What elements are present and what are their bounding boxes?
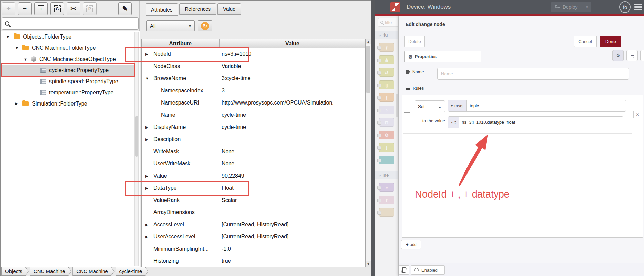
breadcrumb-tab[interactable]: cycle-time: [116, 267, 149, 276]
range-node[interactable]: ij: [379, 80, 394, 89]
breadcrumb-tab[interactable]: CNC Machine: [72, 267, 114, 276]
delay-node[interactable]: ◔: [379, 106, 394, 114]
add[interactable]: +: [2, 2, 15, 15]
expander-icon[interactable]: ▼: [145, 76, 149, 80]
docs-button[interactable]: [399, 265, 409, 275]
tree-item[interactable]: ▼ CNC Machine::FolderType: [1, 42, 134, 53]
table-row[interactable]: ArrayDimensions: [142, 207, 365, 219]
copy[interactable]: C: [50, 2, 64, 15]
exec-node[interactable]: ⚙: [379, 131, 394, 139]
tree-item[interactable]: temperature::PropertyType: [1, 87, 134, 98]
cut[interactable]: ✂: [67, 2, 80, 15]
paste[interactable]: P: [83, 2, 97, 15]
expander-icon[interactable]: ▶: [145, 125, 148, 130]
table-row[interactable]: ▶ NodeId ns=3;i=1010: [142, 48, 365, 61]
edit[interactable]: ✎: [118, 2, 132, 15]
scroll-down-arrow-icon[interactable]: ▼: [366, 261, 371, 267]
table-row[interactable]: ▶ DataType Float: [142, 182, 365, 194]
hamburger-menu-icon[interactable]: [634, 4, 642, 10]
palette-search-input[interactable]: filte: [378, 18, 399, 27]
deploy-caret-icon[interactable]: ▾: [583, 5, 591, 9]
panel-tab[interactable]: Value: [217, 3, 241, 15]
palette-category-network[interactable]: ne: [375, 171, 399, 179]
node-settings-button[interactable]: ⚙: [612, 50, 624, 61]
websocket-node[interactable]: [379, 208, 394, 217]
delete-rule-button[interactable]: ✕: [633, 111, 641, 118]
scroll-up-arrow-icon[interactable]: ▲: [366, 39, 371, 44]
tree-item[interactable]: cycle-time::PropertyType: [1, 65, 134, 76]
table-row[interactable]: NamespaceIndex 3: [142, 85, 365, 97]
rule-action-select[interactable]: Set: [415, 100, 445, 112]
cancel-button[interactable]: Cancel: [574, 36, 597, 47]
filter-node[interactable]: ∫: [379, 143, 394, 152]
panel-tab[interactable]: References: [179, 3, 216, 15]
table-row[interactable]: Historizing true: [142, 255, 365, 268]
name-input[interactable]: [437, 68, 629, 80]
expander-icon[interactable]: ▼: [6, 35, 14, 39]
switch-node[interactable]: ⋔: [379, 55, 394, 64]
table-row[interactable]: ▶ Value 90.22849: [142, 170, 365, 182]
expander-icon[interactable]: ▶: [145, 235, 148, 239]
expander-icon[interactable]: ▶: [15, 101, 22, 106]
column-header-value[interactable]: Value: [220, 39, 365, 48]
tree-scrollbar-thumb[interactable]: [135, 116, 138, 157]
palette-scrollbar-thumb[interactable]: [396, 94, 398, 117]
expander-icon[interactable]: ▼: [24, 57, 31, 61]
table-scrollbar-thumb[interactable]: [366, 46, 370, 93]
delete-button[interactable]: Delete: [404, 36, 425, 47]
table-row[interactable]: WriteMask None: [142, 146, 365, 158]
table-scrollbar[interactable]: ▲ ▼: [366, 39, 371, 267]
trigger-node[interactable]: ⊓: [379, 118, 394, 127]
table-row[interactable]: ▶ DisplayName cycle-time: [142, 121, 365, 134]
palette-category-function[interactable]: fu: [375, 31, 399, 39]
typed-input-type-msg[interactable]: msg.: [448, 100, 467, 111]
expander-icon[interactable]: ▶: [145, 223, 148, 227]
refresh-button[interactable]: ↻: [198, 20, 212, 31]
link-node[interactable]: [379, 156, 394, 164]
column-header-attribute[interactable]: Attribute: [142, 39, 220, 48]
table-row[interactable]: ValueRank Scalar: [142, 194, 365, 207]
rule-drag-handle[interactable]: [404, 111, 410, 111]
expander-icon[interactable]: ▶: [145, 186, 148, 190]
template-node[interactable]: {: [379, 93, 394, 102]
attribute-filter-select[interactable]: All: [146, 20, 195, 31]
tree-item[interactable]: ▶ Simulation::FolderType: [1, 98, 134, 109]
description-button[interactable]: [626, 50, 638, 61]
table-row[interactable]: NamespaceURI http://www.prosysopc.com/OP…: [142, 97, 365, 109]
breadcrumb-tab[interactable]: CNC Machine: [30, 267, 71, 276]
remove[interactable]: −: [18, 2, 32, 15]
tab-properties[interactable]: ⚙ Properties: [404, 51, 481, 62]
expander-icon[interactable]: ▶: [145, 174, 148, 178]
appearance-button[interactable]: [640, 50, 644, 61]
add-rule-button[interactable]: add: [401, 240, 421, 249]
table-row[interactable]: ▶ AccessLevel [CurrentRead, HistoryRead]: [142, 219, 365, 231]
request-node[interactable]: r: [379, 196, 394, 204]
tree-item[interactable]: ▼ CNC Machine::BaseObjectType: [1, 53, 134, 65]
tree-item[interactable]: spindle-speed::PropertyType: [1, 76, 134, 87]
table-row[interactable]: ▶ Description: [142, 134, 365, 146]
deploy-button[interactable]: Deploy ▾: [551, 2, 591, 12]
table-row[interactable]: Name cycle-time: [142, 109, 365, 121]
user-avatar[interactable]: fo: [619, 1, 631, 13]
table-row[interactable]: ▼ BrowseName 3:cycle-time: [142, 73, 365, 85]
breadcrumb-tab[interactable]: Objects: [1, 267, 29, 276]
mqtt-node[interactable]: »: [379, 183, 394, 192]
expander-icon[interactable]: ▶: [145, 137, 148, 142]
table-row[interactable]: NodeClass Variable: [142, 61, 365, 73]
done-button[interactable]: Done: [600, 36, 621, 47]
table-row[interactable]: ▶ UserAccessLevel [CurrentRead, HistoryR…: [142, 231, 365, 243]
change-node[interactable]: ⇄: [379, 68, 394, 77]
typed-input-type-string[interactable]: a z: [448, 117, 459, 128]
expander-icon[interactable]: ▶: [145, 52, 148, 56]
tree-search-input[interactable]: [2, 17, 139, 30]
rule-value-input[interactable]: a z ns=3;i=1010,datatype=float: [448, 116, 623, 128]
panel-tab[interactable]: Attributes: [146, 3, 178, 16]
expander-icon[interactable]: ▼: [15, 46, 22, 50]
enabled-toggle[interactable]: Enabled: [411, 265, 445, 275]
new-object[interactable]: +: [34, 2, 48, 15]
table-row[interactable]: UserWriteMask None: [142, 158, 365, 170]
table-row[interactable]: MinimumSamplingInt... -1.0: [142, 243, 365, 255]
tree-item[interactable]: ▼ Objects::FolderType: [1, 31, 134, 42]
tree-scrollbar[interactable]: [134, 32, 139, 266]
rule-property-input[interactable]: msg. topic: [448, 100, 626, 112]
